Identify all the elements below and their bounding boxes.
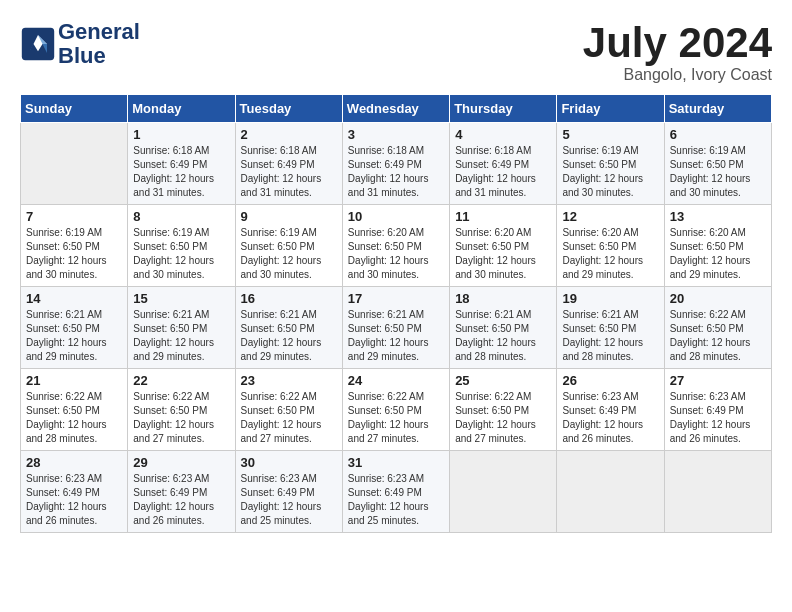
day-info: Sunrise: 6:18 AM Sunset: 6:49 PM Dayligh… bbox=[133, 144, 229, 200]
day-info: Sunrise: 6:22 AM Sunset: 6:50 PM Dayligh… bbox=[455, 390, 551, 446]
day-info: Sunrise: 6:21 AM Sunset: 6:50 PM Dayligh… bbox=[241, 308, 337, 364]
day-info: Sunrise: 6:18 AM Sunset: 6:49 PM Dayligh… bbox=[455, 144, 551, 200]
calendar-cell: 30Sunrise: 6:23 AM Sunset: 6:49 PM Dayli… bbox=[235, 451, 342, 533]
day-number: 26 bbox=[562, 373, 658, 388]
calendar-cell: 21Sunrise: 6:22 AM Sunset: 6:50 PM Dayli… bbox=[21, 369, 128, 451]
day-info: Sunrise: 6:21 AM Sunset: 6:50 PM Dayligh… bbox=[562, 308, 658, 364]
day-number: 14 bbox=[26, 291, 122, 306]
day-info: Sunrise: 6:20 AM Sunset: 6:50 PM Dayligh… bbox=[348, 226, 444, 282]
calendar-table: SundayMondayTuesdayWednesdayThursdayFrid… bbox=[20, 94, 772, 533]
day-info: Sunrise: 6:22 AM Sunset: 6:50 PM Dayligh… bbox=[670, 308, 766, 364]
day-info: Sunrise: 6:23 AM Sunset: 6:49 PM Dayligh… bbox=[133, 472, 229, 528]
day-info: Sunrise: 6:23 AM Sunset: 6:49 PM Dayligh… bbox=[562, 390, 658, 446]
logo-icon bbox=[20, 26, 56, 62]
location-title: Bangolo, Ivory Coast bbox=[583, 66, 772, 84]
day-number: 19 bbox=[562, 291, 658, 306]
calendar-cell: 18Sunrise: 6:21 AM Sunset: 6:50 PM Dayli… bbox=[450, 287, 557, 369]
day-number: 17 bbox=[348, 291, 444, 306]
calendar-week-row: 14Sunrise: 6:21 AM Sunset: 6:50 PM Dayli… bbox=[21, 287, 772, 369]
calendar-cell: 31Sunrise: 6:23 AM Sunset: 6:49 PM Dayli… bbox=[342, 451, 449, 533]
title-block: July 2024 Bangolo, Ivory Coast bbox=[583, 20, 772, 84]
calendar-cell: 5Sunrise: 6:19 AM Sunset: 6:50 PM Daylig… bbox=[557, 123, 664, 205]
calendar-cell: 23Sunrise: 6:22 AM Sunset: 6:50 PM Dayli… bbox=[235, 369, 342, 451]
day-number: 10 bbox=[348, 209, 444, 224]
day-number: 21 bbox=[26, 373, 122, 388]
day-number: 15 bbox=[133, 291, 229, 306]
month-title: July 2024 bbox=[583, 20, 772, 66]
calendar-cell: 1Sunrise: 6:18 AM Sunset: 6:49 PM Daylig… bbox=[128, 123, 235, 205]
day-info: Sunrise: 6:23 AM Sunset: 6:49 PM Dayligh… bbox=[26, 472, 122, 528]
calendar-cell: 22Sunrise: 6:22 AM Sunset: 6:50 PM Dayli… bbox=[128, 369, 235, 451]
day-number: 18 bbox=[455, 291, 551, 306]
day-info: Sunrise: 6:20 AM Sunset: 6:50 PM Dayligh… bbox=[455, 226, 551, 282]
day-number: 12 bbox=[562, 209, 658, 224]
calendar-cell: 28Sunrise: 6:23 AM Sunset: 6:49 PM Dayli… bbox=[21, 451, 128, 533]
logo: General Blue bbox=[20, 20, 140, 68]
calendar-cell: 6Sunrise: 6:19 AM Sunset: 6:50 PM Daylig… bbox=[664, 123, 771, 205]
day-number: 29 bbox=[133, 455, 229, 470]
day-number: 27 bbox=[670, 373, 766, 388]
day-number: 22 bbox=[133, 373, 229, 388]
day-number: 16 bbox=[241, 291, 337, 306]
day-info: Sunrise: 6:19 AM Sunset: 6:50 PM Dayligh… bbox=[670, 144, 766, 200]
calendar-cell: 15Sunrise: 6:21 AM Sunset: 6:50 PM Dayli… bbox=[128, 287, 235, 369]
day-info: Sunrise: 6:19 AM Sunset: 6:50 PM Dayligh… bbox=[26, 226, 122, 282]
day-info: Sunrise: 6:21 AM Sunset: 6:50 PM Dayligh… bbox=[348, 308, 444, 364]
calendar-week-row: 7Sunrise: 6:19 AM Sunset: 6:50 PM Daylig… bbox=[21, 205, 772, 287]
day-info: Sunrise: 6:19 AM Sunset: 6:50 PM Dayligh… bbox=[241, 226, 337, 282]
calendar-week-row: 28Sunrise: 6:23 AM Sunset: 6:49 PM Dayli… bbox=[21, 451, 772, 533]
day-info: Sunrise: 6:19 AM Sunset: 6:50 PM Dayligh… bbox=[562, 144, 658, 200]
calendar-cell: 7Sunrise: 6:19 AM Sunset: 6:50 PM Daylig… bbox=[21, 205, 128, 287]
calendar-cell: 12Sunrise: 6:20 AM Sunset: 6:50 PM Dayli… bbox=[557, 205, 664, 287]
day-info: Sunrise: 6:22 AM Sunset: 6:50 PM Dayligh… bbox=[241, 390, 337, 446]
day-header-sunday: Sunday bbox=[21, 95, 128, 123]
calendar-cell: 2Sunrise: 6:18 AM Sunset: 6:49 PM Daylig… bbox=[235, 123, 342, 205]
calendar-cell: 20Sunrise: 6:22 AM Sunset: 6:50 PM Dayli… bbox=[664, 287, 771, 369]
day-info: Sunrise: 6:18 AM Sunset: 6:49 PM Dayligh… bbox=[241, 144, 337, 200]
calendar-cell: 13Sunrise: 6:20 AM Sunset: 6:50 PM Dayli… bbox=[664, 205, 771, 287]
day-info: Sunrise: 6:22 AM Sunset: 6:50 PM Dayligh… bbox=[133, 390, 229, 446]
day-number: 25 bbox=[455, 373, 551, 388]
calendar-cell bbox=[21, 123, 128, 205]
day-info: Sunrise: 6:23 AM Sunset: 6:49 PM Dayligh… bbox=[670, 390, 766, 446]
day-number: 7 bbox=[26, 209, 122, 224]
calendar-cell: 9Sunrise: 6:19 AM Sunset: 6:50 PM Daylig… bbox=[235, 205, 342, 287]
day-info: Sunrise: 6:22 AM Sunset: 6:50 PM Dayligh… bbox=[348, 390, 444, 446]
day-number: 23 bbox=[241, 373, 337, 388]
calendar-week-row: 21Sunrise: 6:22 AM Sunset: 6:50 PM Dayli… bbox=[21, 369, 772, 451]
day-header-monday: Monday bbox=[128, 95, 235, 123]
calendar-cell: 11Sunrise: 6:20 AM Sunset: 6:50 PM Dayli… bbox=[450, 205, 557, 287]
calendar-cell: 14Sunrise: 6:21 AM Sunset: 6:50 PM Dayli… bbox=[21, 287, 128, 369]
day-info: Sunrise: 6:19 AM Sunset: 6:50 PM Dayligh… bbox=[133, 226, 229, 282]
calendar-cell: 25Sunrise: 6:22 AM Sunset: 6:50 PM Dayli… bbox=[450, 369, 557, 451]
day-header-tuesday: Tuesday bbox=[235, 95, 342, 123]
calendar-cell: 26Sunrise: 6:23 AM Sunset: 6:49 PM Dayli… bbox=[557, 369, 664, 451]
day-header-wednesday: Wednesday bbox=[342, 95, 449, 123]
day-info: Sunrise: 6:23 AM Sunset: 6:49 PM Dayligh… bbox=[241, 472, 337, 528]
day-number: 3 bbox=[348, 127, 444, 142]
day-info: Sunrise: 6:20 AM Sunset: 6:50 PM Dayligh… bbox=[562, 226, 658, 282]
calendar-cell: 4Sunrise: 6:18 AM Sunset: 6:49 PM Daylig… bbox=[450, 123, 557, 205]
day-header-friday: Friday bbox=[557, 95, 664, 123]
day-info: Sunrise: 6:22 AM Sunset: 6:50 PM Dayligh… bbox=[26, 390, 122, 446]
day-number: 24 bbox=[348, 373, 444, 388]
day-number: 28 bbox=[26, 455, 122, 470]
calendar-cell: 24Sunrise: 6:22 AM Sunset: 6:50 PM Dayli… bbox=[342, 369, 449, 451]
calendar-week-row: 1Sunrise: 6:18 AM Sunset: 6:49 PM Daylig… bbox=[21, 123, 772, 205]
calendar-cell: 19Sunrise: 6:21 AM Sunset: 6:50 PM Dayli… bbox=[557, 287, 664, 369]
day-info: Sunrise: 6:21 AM Sunset: 6:50 PM Dayligh… bbox=[26, 308, 122, 364]
day-number: 11 bbox=[455, 209, 551, 224]
day-info: Sunrise: 6:21 AM Sunset: 6:50 PM Dayligh… bbox=[455, 308, 551, 364]
calendar-cell bbox=[450, 451, 557, 533]
day-number: 2 bbox=[241, 127, 337, 142]
day-number: 13 bbox=[670, 209, 766, 224]
day-number: 31 bbox=[348, 455, 444, 470]
day-info: Sunrise: 6:20 AM Sunset: 6:50 PM Dayligh… bbox=[670, 226, 766, 282]
calendar-cell bbox=[664, 451, 771, 533]
day-info: Sunrise: 6:21 AM Sunset: 6:50 PM Dayligh… bbox=[133, 308, 229, 364]
day-header-saturday: Saturday bbox=[664, 95, 771, 123]
day-number: 8 bbox=[133, 209, 229, 224]
day-number: 30 bbox=[241, 455, 337, 470]
calendar-cell: 17Sunrise: 6:21 AM Sunset: 6:50 PM Dayli… bbox=[342, 287, 449, 369]
calendar-cell: 29Sunrise: 6:23 AM Sunset: 6:49 PM Dayli… bbox=[128, 451, 235, 533]
